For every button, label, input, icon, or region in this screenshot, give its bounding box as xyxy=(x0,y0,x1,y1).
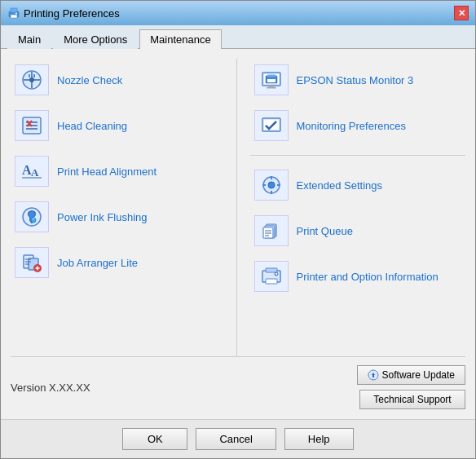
svg-rect-9 xyxy=(33,74,35,77)
svg-rect-31 xyxy=(268,86,275,87)
main-area: Nozzle Check xyxy=(11,59,465,356)
technical-support-button[interactable]: Technical Support xyxy=(359,390,465,409)
job-arranger-lite-label: Job Arranger Lite xyxy=(57,257,138,269)
power-ink-flushing-label: Power Ink Flushing xyxy=(57,211,148,223)
epson-status-monitor-item[interactable]: EPSON Status Monitor 3 xyxy=(250,59,466,101)
title-bar-left: Printing Preferences xyxy=(7,7,120,20)
ok-button[interactable]: OK xyxy=(122,428,187,450)
printer-option-info-label: Printer and Option Information xyxy=(297,271,439,283)
svg-point-7 xyxy=(29,77,34,82)
monitoring-preferences-label: Monitoring Preferences xyxy=(297,120,406,132)
help-button[interactable]: Help xyxy=(284,428,354,450)
head-cleaning-icon xyxy=(15,110,49,141)
side-buttons: Software Update Technical Support xyxy=(357,365,465,409)
left-panel: Nozzle Check xyxy=(11,59,237,356)
epson-status-monitor-icon xyxy=(254,64,289,95)
printer-option-info-icon: i xyxy=(254,261,289,292)
window-title: Printing Preferences xyxy=(24,7,120,20)
svg-rect-52 xyxy=(266,279,277,284)
job-arranger-lite-item[interactable]: Job Arranger Lite xyxy=(11,241,227,284)
svg-rect-32 xyxy=(267,87,276,89)
tab-bar: Main More Options Maintenance xyxy=(1,25,475,49)
svg-rect-40 xyxy=(271,176,272,179)
job-arranger-lite-icon xyxy=(15,247,49,278)
monitoring-preferences-item[interactable]: Monitoring Preferences xyxy=(250,104,466,147)
power-ink-flushing-item[interactable]: Power Ink Flushing xyxy=(11,196,227,238)
monitoring-preferences-icon xyxy=(254,110,289,141)
printer-icon xyxy=(7,7,20,20)
svg-rect-1 xyxy=(11,8,17,12)
tab-main[interactable]: Main xyxy=(7,29,51,49)
svg-rect-2 xyxy=(11,15,17,18)
svg-point-39 xyxy=(268,182,275,188)
title-bar-controls: ✕ xyxy=(454,6,469,20)
svg-rect-42 xyxy=(262,184,266,186)
software-update-button[interactable]: Software Update xyxy=(357,365,465,385)
right-panel: EPSON Status Monitor 3 Monitoring Prefer… xyxy=(237,59,466,356)
tab-maintenance[interactable]: Maintenance xyxy=(139,29,221,49)
right-separator xyxy=(250,155,466,156)
head-cleaning-label: Head Cleaning xyxy=(57,120,127,132)
svg-rect-35 xyxy=(267,79,275,82)
bottom-section: Version X.XX.XX Software Update Technica… xyxy=(11,356,465,409)
tab-more-options[interactable]: More Options xyxy=(53,29,138,49)
nozzle-check-icon xyxy=(15,64,49,95)
svg-rect-8 xyxy=(29,74,30,77)
svg-rect-43 xyxy=(277,184,280,186)
svg-point-3 xyxy=(15,13,17,15)
close-button[interactable]: ✕ xyxy=(454,6,469,20)
software-update-label: Software Update xyxy=(382,369,455,381)
dialog-buttons: OK Cancel Help xyxy=(1,419,475,458)
print-head-alignment-icon: A A xyxy=(15,156,49,187)
epson-status-monitor-label: EPSON Status Monitor 3 xyxy=(297,74,414,86)
svg-text:i: i xyxy=(275,272,276,276)
extended-settings-item[interactable]: Extended Settings xyxy=(250,164,466,206)
printing-preferences-window: Printing Preferences ✕ Main More Options… xyxy=(0,0,476,459)
print-queue-item[interactable]: Print Queue xyxy=(250,210,466,252)
extended-settings-icon xyxy=(254,170,289,201)
print-queue-icon xyxy=(254,215,289,246)
nozzle-check-item[interactable]: Nozzle Check xyxy=(11,59,227,101)
nozzle-check-label: Nozzle Check xyxy=(57,74,122,86)
power-ink-flushing-icon xyxy=(15,201,49,232)
software-update-icon xyxy=(368,369,379,381)
content-area: Nozzle Check xyxy=(1,49,475,419)
print-head-alignment-label: Print Head Alignment xyxy=(57,166,156,178)
svg-text:A: A xyxy=(31,166,39,179)
extended-settings-label: Extended Settings xyxy=(297,179,383,192)
printer-option-info-item[interactable]: i Printer and Option Information xyxy=(250,255,466,298)
svg-rect-34 xyxy=(267,75,275,77)
version-label: Version X.XX.XX xyxy=(11,382,90,394)
print-head-alignment-item[interactable]: A A Print Head Alignment xyxy=(11,150,227,192)
svg-rect-37 xyxy=(264,120,279,130)
technical-support-label: Technical Support xyxy=(373,394,451,405)
print-queue-label: Print Queue xyxy=(297,225,353,237)
title-bar: Printing Preferences ✕ xyxy=(1,1,475,25)
svg-rect-41 xyxy=(271,191,272,194)
cancel-button[interactable]: Cancel xyxy=(196,428,275,450)
head-cleaning-item[interactable]: Head Cleaning xyxy=(11,104,227,147)
